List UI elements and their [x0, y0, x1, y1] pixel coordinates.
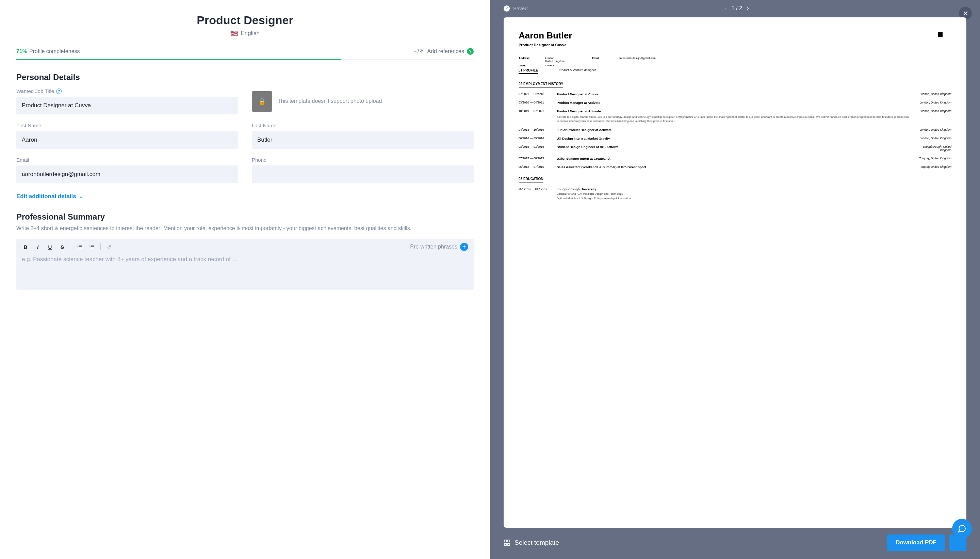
svg-rect-6 — [508, 543, 510, 546]
job-row: 05/2012 — 07/2015Sales Assistant (Weeken… — [518, 165, 952, 169]
progress-percent: 71% — [16, 48, 27, 55]
section-personal-title: Personal Details — [16, 73, 474, 82]
doc-section-profile: 01 PROFILE — [518, 68, 538, 74]
last-name-input[interactable] — [252, 131, 474, 149]
download-pdf-button[interactable]: Download PDF — [887, 534, 945, 551]
help-icon[interactable]: ? — [467, 48, 474, 55]
job-row: 07/2021 — PresentProduct Designer at Cuv… — [518, 92, 952, 96]
job-row: 04/2018 — 10/2019Junior Product Designer… — [518, 128, 952, 132]
language-label: English — [241, 30, 260, 37]
doc-address-label: Address — [518, 56, 539, 63]
job-title: Product Manager at Activate — [557, 101, 910, 104]
job-row: 07/2015 — 08/2015UX/UI Summer Intern at … — [518, 157, 952, 160]
doc-links: LinkedIn — [545, 64, 586, 67]
help-job-title-icon[interactable]: ? — [56, 89, 62, 94]
progress-bar — [16, 59, 474, 60]
bold-button[interactable]: B — [22, 243, 29, 251]
doc-accent-square — [938, 32, 942, 37]
prev-page-button[interactable]: ‹ — [725, 5, 727, 12]
job-title: Sales Assistant (Weekends & Summer) at P… — [557, 165, 910, 169]
lock-icon: 🔒 — [258, 98, 266, 105]
svg-point-1 — [90, 246, 91, 247]
svg-rect-3 — [504, 540, 506, 542]
check-icon: ✓ — [503, 5, 510, 12]
job-location: Torquay, United Kingdom — [914, 165, 952, 169]
flag-icon: 🇺🇸 — [230, 30, 238, 37]
job-row: 06/2016 — 09/2016UX Design Intern at Mar… — [518, 137, 952, 140]
email-label: Email — [16, 157, 238, 163]
select-template-button[interactable]: Select template — [503, 539, 559, 546]
doc-role: Product Designer at Cuvva — [518, 43, 952, 47]
job-date: 07/2021 — Present — [518, 92, 553, 96]
doc-name: Aaron Butler — [518, 30, 952, 41]
job-title: Product Designer at Activate — [557, 109, 910, 113]
job-location: London, United Kingdom — [914, 109, 952, 113]
progress-fill — [16, 59, 341, 60]
edu-date: Jan 2013 — Dec 2017 — [518, 187, 553, 191]
last-name-label: Last Name — [252, 122, 474, 128]
svg-rect-5 — [504, 543, 506, 546]
job-row: 08/2015 — 03/2016Student Design Engineer… — [518, 145, 952, 152]
job-date: 10/2019 — 07/2021 — [518, 109, 553, 113]
job-title: UX Design Intern at Market Gravity — [557, 137, 910, 140]
photo-upload[interactable]: 🔒 — [252, 91, 272, 112]
link-button[interactable] — [106, 243, 113, 251]
job-date: 04/2018 — 10/2019 — [518, 128, 553, 132]
progress-bonus: +7% — [413, 48, 424, 55]
doc-email-label: Email — [592, 56, 612, 63]
summary-subtext: Write 2–4 short & energetic sentences to… — [16, 224, 474, 233]
edu-title: Loughborough University — [557, 187, 910, 191]
job-title: Product Designer at Cuvva — [557, 92, 910, 96]
job-location: Loughborough, United Kingdom — [914, 145, 952, 152]
progress-label: Profile completeness — [29, 48, 80, 55]
chevron-down-icon: ⌄ — [79, 193, 84, 200]
edu-sub1: Bachelor of Arts (BA) Industrial Design … — [557, 192, 910, 195]
unordered-list-button[interactable] — [88, 243, 96, 251]
doc-email: aaronbutlerdesign@gmail.com — [619, 56, 952, 63]
job-date: 05/2012 — 07/2015 — [518, 165, 553, 169]
resume-preview: Aaron Butler Product Designer at Cuvva A… — [503, 17, 967, 528]
svg-point-0 — [90, 245, 91, 246]
doc-links-label: Links — [518, 64, 539, 67]
grid-icon — [503, 539, 510, 546]
photo-note: This template doesn't support photo uplo… — [278, 98, 382, 105]
job-row: 03/2020 — 04/2021Product Manager at Acti… — [518, 101, 952, 104]
language-row: 🇺🇸 English — [16, 30, 474, 37]
job-title: Student Design Engineer at DCI-Artform — [557, 145, 910, 152]
doc-profile-text: Product & Venture designer. — [558, 68, 597, 74]
underline-button[interactable]: U — [46, 243, 54, 251]
saved-label: Saved — [513, 5, 528, 11]
edit-additional-link[interactable]: Edit additional details ⌄ — [16, 193, 84, 200]
section-summary-title: Professional Summary — [16, 212, 474, 222]
job-title-input[interactable] — [16, 97, 238, 114]
strike-button[interactable]: S — [59, 243, 66, 251]
phone-input[interactable] — [252, 165, 474, 183]
page-navigator: ‹ 1 / 2 › — [725, 5, 749, 12]
toolbar-separator — [71, 243, 71, 250]
job-location: London, United Kingdom — [914, 128, 952, 132]
page-indicator: 1 / 2 — [732, 5, 742, 12]
ordered-list-button[interactable] — [76, 243, 83, 251]
progress-bonus-label: Add references — [427, 48, 464, 55]
doc-section-education: 03 EDUCATION — [518, 177, 543, 182]
email-input[interactable] — [16, 165, 238, 183]
plus-icon: + — [460, 243, 468, 251]
prewritten-phrases[interactable]: Pre-written phrases + — [410, 243, 468, 251]
italic-button[interactable]: I — [34, 243, 41, 251]
chat-fab[interactable] — [952, 519, 972, 539]
job-date: 06/2016 — 09/2016 — [518, 137, 553, 140]
phone-label: Phone — [252, 157, 474, 163]
job-location: London, United Kingdom — [914, 137, 952, 140]
job-date: 03/2020 — 04/2021 — [518, 101, 553, 104]
page-title: Product Designer — [16, 13, 474, 27]
next-page-button[interactable]: › — [747, 5, 749, 12]
job-desc: Activate is a digital startup studio. We… — [557, 115, 910, 123]
edu-sub2: Optional Modules: UX Design, Entrepreneu… — [557, 197, 910, 200]
job-title-label: Wanted Job Title — [16, 88, 54, 94]
summary-textarea[interactable]: e.g. Passionate science teacher with 8+ … — [16, 255, 474, 269]
job-date: 07/2015 — 08/2015 — [518, 157, 553, 160]
first-name-label: First Name — [16, 122, 238, 128]
first-name-input[interactable] — [16, 131, 238, 149]
job-location: London, United Kingdom — [914, 101, 952, 104]
job-row: 10/2019 — 07/2021Product Designer at Act… — [518, 109, 952, 123]
